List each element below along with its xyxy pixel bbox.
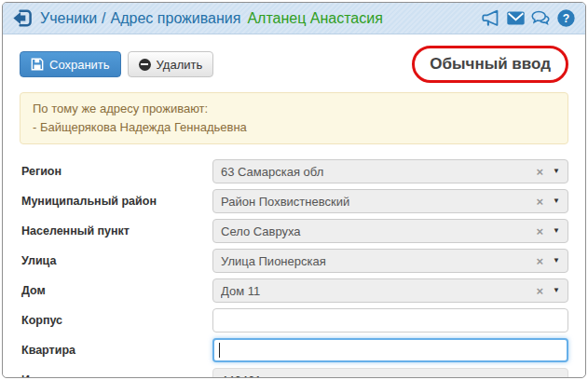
breadcrumb-page: Адрес проживания: [111, 10, 241, 27]
form-row-street: Улица Улица Пионерская × ▼: [20, 249, 568, 273]
clear-icon[interactable]: ×: [536, 225, 543, 238]
settlement-label: Населенный пункт: [20, 224, 212, 238]
settlement-value: Село Савруха: [221, 224, 536, 238]
region-select[interactable]: 63 Самарская обл × ▼: [212, 159, 568, 183]
form-row-apartment: Квартира: [20, 338, 568, 362]
street-value: Улица Пионерская: [221, 254, 536, 268]
input-mode-toggle[interactable]: Обычный ввод: [412, 46, 568, 83]
minus-circle-icon: [139, 59, 151, 71]
street-label: Улица: [20, 254, 212, 267]
back-arrow-icon: [11, 7, 33, 29]
toolbar: Сохранить Удалить Обычный ввод: [20, 46, 568, 83]
house-value: Дом 11: [221, 284, 536, 298]
chevron-down-icon[interactable]: ▼: [553, 287, 560, 294]
clear-icon[interactable]: ×: [536, 285, 543, 297]
street-select[interactable]: Улица Пионерская × ▼: [212, 249, 568, 273]
back-button[interactable]: [10, 7, 33, 30]
clear-icon[interactable]: ×: [536, 166, 543, 178]
form-row-postcode: Индекс 446461: [20, 368, 568, 378]
building-label: Корпус: [20, 314, 212, 327]
save-floppy-icon: [31, 58, 44, 71]
postcode-readonly-field: 446461: [212, 368, 568, 378]
help-icon[interactable]: ?: [555, 8, 576, 29]
delete-button[interactable]: Удалить: [128, 51, 214, 77]
form-row-building: Корпус: [20, 308, 568, 332]
settlement-select[interactable]: Село Савруха × ▼: [212, 219, 568, 243]
announcements-megaphone-icon[interactable]: [480, 8, 500, 29]
app-window: Ученики / Адрес проживания Алтанец Анаст…: [0, 0, 588, 380]
apartment-label: Квартира: [20, 344, 212, 357]
form-row-region: Регион 63 Самарская обл × ▼: [20, 159, 568, 183]
house-label: Дом: [20, 284, 212, 297]
district-value: Район Похвистневский: [221, 195, 536, 209]
chevron-down-icon[interactable]: ▼: [553, 197, 560, 205]
input-mode-label: Обычный ввод: [430, 55, 551, 73]
alert-person: - Байщерякова Надежда Геннадьевна: [33, 118, 555, 137]
delete-button-label: Удалить: [157, 59, 203, 71]
region-label: Регион: [20, 165, 212, 178]
breadcrumb-section[interactable]: Ученики: [40, 10, 97, 27]
apartment-input[interactable]: [212, 338, 568, 362]
breadcrumb-separator: /: [102, 10, 105, 27]
house-select[interactable]: Дом 11 × ▼: [212, 278, 568, 303]
form-row-district: Муниципальный район Район Похвистневский…: [20, 189, 568, 213]
chevron-down-icon[interactable]: ▼: [553, 257, 560, 265]
region-value: 63 Самарская обл: [221, 165, 536, 179]
save-button[interactable]: Сохранить: [20, 51, 121, 77]
student-name: Алтанец Анастасия: [247, 10, 382, 27]
address-form: Регион 63 Самарская обл × ▼ Муниципальны…: [20, 159, 568, 378]
header-icon-group: ?: [480, 8, 576, 29]
text-cursor: [219, 343, 220, 358]
building-input[interactable]: [212, 308, 568, 332]
save-button-label: Сохранить: [49, 59, 110, 71]
chevron-down-icon[interactable]: ▼: [553, 168, 560, 175]
svg-text:?: ?: [562, 12, 568, 25]
postcode-value: 446461: [221, 373, 261, 378]
postcode-label: Индекс: [20, 373, 212, 378]
top-navbar: Ученики / Адрес проживания Алтанец Анаст…: [3, 3, 585, 34]
chat-bubbles-icon[interactable]: [530, 8, 551, 29]
district-label: Муниципальный район: [20, 195, 212, 208]
alert-title: По тому же адресу проживают:: [33, 100, 555, 118]
page-frame: Ученики / Адрес проживания Алтанец Анаст…: [2, 2, 586, 378]
mail-envelope-icon[interactable]: [505, 8, 526, 29]
district-select[interactable]: Район Похвистневский × ▼: [212, 189, 568, 213]
same-address-alert: По тому же адресу проживают: - Байщеряко…: [20, 92, 568, 144]
chevron-down-icon[interactable]: ▼: [553, 227, 560, 235]
page-content: Сохранить Удалить Обычный ввод По тому ж…: [3, 46, 585, 378]
form-row-settlement: Населенный пункт Село Савруха × ▼: [20, 219, 568, 243]
clear-icon[interactable]: ×: [536, 196, 543, 208]
breadcrumb: Ученики / Адрес проживания: [40, 10, 240, 27]
form-row-house: Дом Дом 11 × ▼: [20, 278, 568, 303]
clear-icon[interactable]: ×: [536, 255, 543, 267]
